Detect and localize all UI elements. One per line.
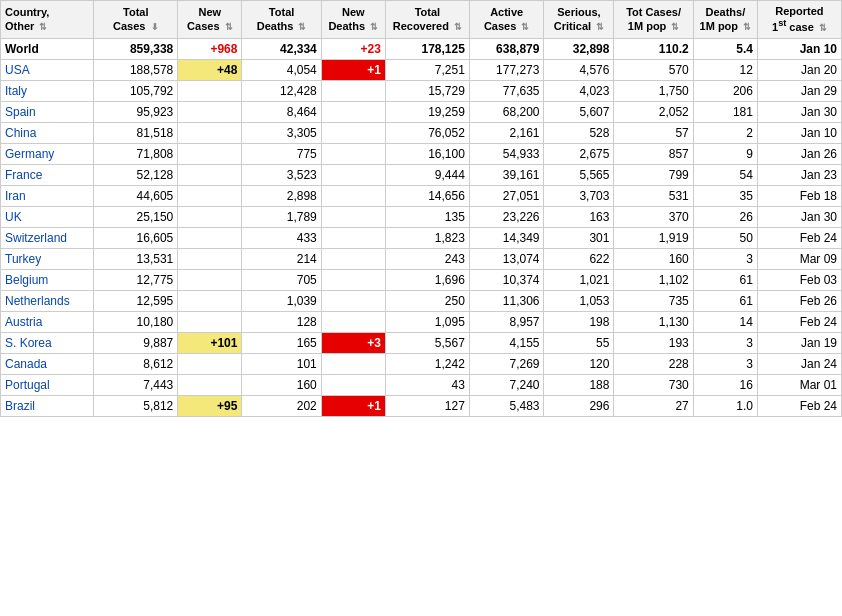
total-deaths-cell: 4,054 [242,59,321,80]
new-deaths-cell: +3 [321,332,385,353]
country-link[interactable]: S. Korea [5,336,52,350]
sort-icon-total-deaths[interactable]: ⇅ [298,22,306,34]
col-header-country[interactable]: Country,Other ⇅ [1,1,94,39]
country-link[interactable]: UK [5,210,22,224]
reported-cell: Feb 24 [757,311,841,332]
sort-icon-new-cases[interactable]: ⇅ [225,22,233,34]
reported-cell: Mar 09 [757,248,841,269]
sort-icon-reported[interactable]: ⇅ [819,23,827,35]
world-row: World 859,338 +968 42,334 +23 178,125 63… [1,38,842,59]
world-reported: Jan 10 [757,38,841,59]
total-deaths-cell: 8,464 [242,101,321,122]
country-link[interactable]: Turkey [5,252,41,266]
table-row: USA 188,578 +48 4,054 +1 7,251 177,273 4… [1,59,842,80]
col-header-total-cases[interactable]: TotalCases ⬇ [94,1,178,39]
total-recovered-cell: 15,729 [385,80,469,101]
world-total-cases: 859,338 [94,38,178,59]
sort-icon-total-cases[interactable]: ⬇ [151,22,159,34]
world-country: World [1,38,94,59]
reported-cell: Mar 01 [757,374,841,395]
new-deaths-cell [321,185,385,206]
col-header-active-cases[interactable]: ActiveCases ⇅ [469,1,544,39]
sort-icon-total-recovered[interactable]: ⇅ [454,22,462,34]
total-deaths-cell: 12,428 [242,80,321,101]
country-link[interactable]: Switzerland [5,231,67,245]
col-header-tot-per-m[interactable]: Tot Cases/1M pop ⇅ [614,1,693,39]
table-row: Netherlands 12,595 1,039 250 11,306 1,05… [1,290,842,311]
serious-cell: 55 [544,332,614,353]
world-new-deaths: +23 [321,38,385,59]
country-cell: UK [1,206,94,227]
col-header-new-cases[interactable]: NewCases ⇅ [178,1,242,39]
country-link[interactable]: USA [5,63,30,77]
sort-icon-tot-per-m[interactable]: ⇅ [671,22,679,34]
sort-icon-deaths-per-m[interactable]: ⇅ [743,22,751,34]
tot-per-m-cell: 160 [614,248,693,269]
total-deaths-cell: 705 [242,269,321,290]
country-link[interactable]: Italy [5,84,27,98]
tot-per-m-cell: 735 [614,290,693,311]
total-cases-cell: 16,605 [94,227,178,248]
serious-cell: 198 [544,311,614,332]
sort-icon-serious[interactable]: ⇅ [596,22,604,34]
col-header-total-deaths[interactable]: TotalDeaths ⇅ [242,1,321,39]
new-cases-cell: +48 [178,59,242,80]
country-link[interactable]: Austria [5,315,42,329]
country-link[interactable]: Belgium [5,273,48,287]
col-header-deaths-per-m[interactable]: Deaths/1M pop ⇅ [693,1,757,39]
total-recovered-cell: 250 [385,290,469,311]
sort-icon-new-deaths[interactable]: ⇅ [370,22,378,34]
country-cell: Portugal [1,374,94,395]
total-recovered-cell: 127 [385,395,469,416]
tot-per-m-cell: 370 [614,206,693,227]
world-tot-per-m: 110.2 [614,38,693,59]
header-row: Country,Other ⇅ TotalCases ⬇ NewCases ⇅ … [1,1,842,39]
total-recovered-cell: 1,095 [385,311,469,332]
new-deaths-cell [321,227,385,248]
serious-cell: 163 [544,206,614,227]
country-link[interactable]: France [5,168,42,182]
col-header-new-deaths[interactable]: NewDeaths ⇅ [321,1,385,39]
total-deaths-cell: 165 [242,332,321,353]
table-row: Austria 10,180 128 1,095 8,957 198 1,130… [1,311,842,332]
deaths-per-m-cell: 61 [693,290,757,311]
country-link[interactable]: Portugal [5,378,50,392]
active-cases-cell: 7,240 [469,374,544,395]
total-cases-cell: 105,792 [94,80,178,101]
total-cases-cell: 10,180 [94,311,178,332]
table-row: S. Korea 9,887 +101 165 +3 5,567 4,155 5… [1,332,842,353]
total-recovered-cell: 43 [385,374,469,395]
country-link[interactable]: Netherlands [5,294,70,308]
total-deaths-cell: 3,523 [242,164,321,185]
tot-per-m-cell: 730 [614,374,693,395]
country-link[interactable]: China [5,126,36,140]
reported-cell: Jan 10 [757,122,841,143]
total-recovered-cell: 76,052 [385,122,469,143]
total-recovered-cell: 243 [385,248,469,269]
col-header-serious[interactable]: Serious,Critical ⇅ [544,1,614,39]
deaths-per-m-cell: 1.0 [693,395,757,416]
country-cell: Canada [1,353,94,374]
col-header-total-recovered[interactable]: TotalRecovered ⇅ [385,1,469,39]
sort-icon-active-cases[interactable]: ⇅ [521,22,529,34]
serious-cell: 1,021 [544,269,614,290]
table-row: Switzerland 16,605 433 1,823 14,349 301 … [1,227,842,248]
new-cases-cell: +101 [178,332,242,353]
deaths-per-m-cell: 50 [693,227,757,248]
sort-icon-country[interactable]: ⇅ [39,22,47,34]
country-cell: USA [1,59,94,80]
new-cases-cell [178,227,242,248]
country-link[interactable]: Spain [5,105,36,119]
tot-per-m-cell: 1,750 [614,80,693,101]
serious-cell: 4,576 [544,59,614,80]
country-link[interactable]: Germany [5,147,54,161]
country-link[interactable]: Iran [5,189,26,203]
total-cases-cell: 8,612 [94,353,178,374]
reported-cell: Jan 30 [757,206,841,227]
country-link[interactable]: Canada [5,357,47,371]
total-deaths-cell: 433 [242,227,321,248]
new-cases-cell [178,206,242,227]
col-header-reported[interactable]: Reported1st case ⇅ [757,1,841,39]
active-cases-cell: 11,306 [469,290,544,311]
country-link[interactable]: Brazil [5,399,35,413]
